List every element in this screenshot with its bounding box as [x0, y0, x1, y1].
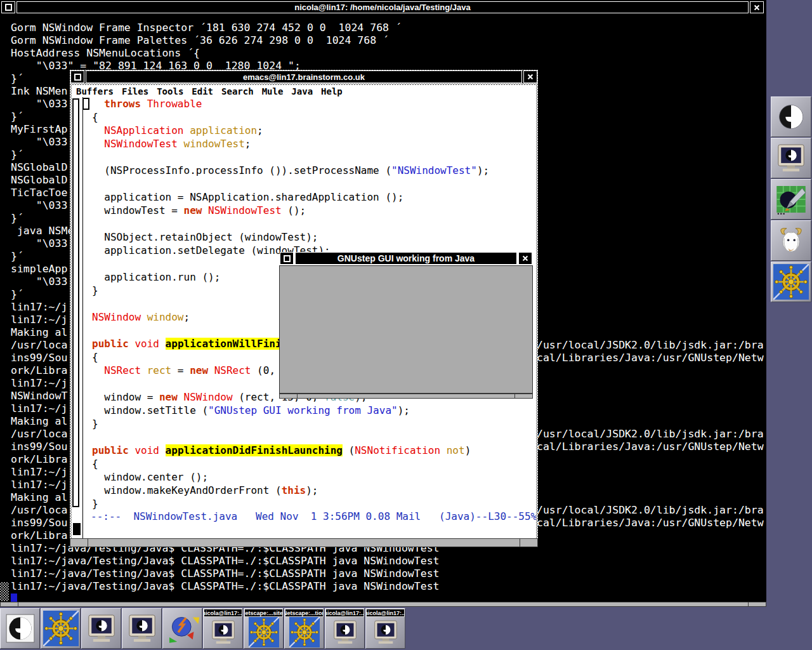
terminal-text: TicTacToe	[11, 187, 67, 199]
terminal-text: ins99/Sou	[11, 352, 67, 364]
terminal-text: NSWindowT	[11, 390, 67, 402]
terminal-text: "\033	[11, 275, 67, 288]
scrollbar-stipple[interactable]	[0, 582, 9, 601]
emacs-title: emacs@lin17.brainstorm.co.uk	[86, 70, 522, 83]
code-line: NSWindowTest windowTest;	[92, 137, 536, 150]
emacs-resize-handle[interactable]	[70, 538, 538, 547]
close-button[interactable]	[523, 70, 537, 83]
terminal-text: }´	[11, 250, 23, 263]
terminal-text: Gorm NSWindow Frame Palettes ´36 626 274…	[11, 34, 389, 47]
terminal-text: /usr/local/JSDK2.0/lib/jsdk.jar:/bra	[537, 504, 764, 517]
menu-mule[interactable]: Mule	[262, 86, 284, 96]
terminal-text: }´	[11, 110, 23, 123]
miniwindow-workspace-monitor-icon[interactable]	[122, 608, 162, 649]
terminal-text: NSGlobalD	[11, 161, 67, 174]
terminal-text: /usr/loca	[11, 504, 67, 517]
terminal-text: Making al	[11, 326, 67, 339]
code-line: application = NSApplication.sharedApplic…	[92, 190, 536, 204]
minimize-button[interactable]	[70, 70, 84, 83]
menu-buffers[interactable]: Buffers	[76, 86, 114, 96]
workspace-monitor-icon[interactable]	[771, 138, 811, 178]
terminal-text: Making al	[11, 415, 67, 428]
code-line: }	[92, 497, 536, 510]
terminal-text: ork/Libra	[11, 453, 67, 466]
terminal-row: lin17:~/java/Testing/Java$ CLASSPATH=./:…	[0, 555, 766, 567]
menu-search[interactable]: Search	[221, 86, 254, 96]
miniwindow-netscape-helm-icon[interactable]: Netscape:...sites	[244, 608, 284, 649]
terminal-row: HostAddress NSMenuLocations ´{	[0, 47, 766, 60]
miniwindow-workspace-monitor-icon[interactable]: nicola@lin17:...	[365, 608, 405, 649]
miniwindow-netscape-helm-icon[interactable]	[41, 608, 81, 649]
gorm-pencil-icon[interactable]	[771, 179, 811, 220]
miniwindow-netscape-helm-icon[interactable]: Netscape:...tion	[284, 608, 324, 649]
terminal-text: lin17:~/j	[11, 479, 67, 491]
close-button[interactable]	[518, 252, 532, 265]
menu-help[interactable]: Help	[321, 86, 343, 96]
gnustep-logo-icon[interactable]	[771, 96, 811, 137]
menu-tools[interactable]: Tools	[157, 86, 183, 96]
terminal-text: "\033	[11, 98, 67, 110]
code-line: {	[92, 457, 536, 470]
terminal-text: NSGlobalD	[11, 174, 67, 187]
code-line: windowTest = new NSWindowTest ();	[92, 204, 536, 217]
terminal-text: simpleApp	[11, 263, 67, 275]
desktop: nicola@lin17: /home/nicola/java/Testing/…	[0, 0, 812, 650]
terminal-text: lin17:~/java/Testing/Java$ CLASSPATH=./:…	[11, 555, 440, 567]
menu-java[interactable]: Java	[291, 86, 313, 96]
terminal-text: lin17:~/j	[11, 377, 67, 390]
code-line: NSApplication application;	[92, 124, 536, 137]
code-line: NSObject.retainObject (windowTest);	[92, 230, 536, 244]
code-line: window.setTitle ("GNUstep GUI working fr…	[92, 404, 536, 417]
terminal-text: }´	[11, 72, 23, 85]
terminal-text: lin17:~/j	[11, 314, 67, 326]
terminal-text: cal/Libraries/Java:/usr/GNUstep/Netw	[537, 352, 764, 364]
emacs-menubar: BuffersFilesToolsEditSearchMuleJavaHelp	[72, 85, 536, 97]
text-cursor	[82, 98, 89, 110]
terminal-row: Gorm NSWindow Frame Inspector ´181 630 2…	[0, 22, 766, 34]
code-line: public void applicationDidFinishLaunchin…	[92, 444, 536, 457]
code-line: {	[92, 110, 536, 124]
gnustep-title: GNUstep GUI working from Java	[295, 252, 517, 265]
close-icon	[527, 73, 534, 81]
miniwindow-gnustep-logo-big-icon[interactable]	[0, 608, 40, 649]
miniwindow-workspace-monitor-icon[interactable]: nicola@lin17:...	[203, 608, 243, 649]
terminal-text: Gorm NSWindow Frame Inspector ´181 630 2…	[11, 22, 402, 34]
miniwindow-workspace-monitor-icon[interactable]	[81, 608, 121, 649]
terminal-text: java NSMe	[11, 225, 74, 237]
code-line	[92, 150, 536, 164]
terminal-text: cal/Libraries/Java:/usr/GNUstep/Netw	[537, 517, 764, 529]
terminal-text: ork/Libra	[11, 529, 67, 542]
menu-files[interactable]: Files	[122, 86, 148, 96]
terminal-text: cal/Libraries/Java:/usr/GNUstep/Netw	[537, 441, 764, 453]
code-line: throws Throwable	[92, 97, 536, 110]
scrollbar-thumb[interactable]	[72, 98, 79, 507]
gnustep-resize-handle[interactable]	[279, 394, 533, 399]
emacs-titlebar[interactable]: emacs@lin17.brainstorm.co.uk	[70, 70, 537, 83]
miniwindow-ink-app-icon[interactable]	[162, 608, 202, 649]
gnu-head-icon[interactable]	[771, 220, 811, 261]
minimize-button[interactable]	[280, 252, 294, 265]
minimize-icon	[74, 74, 81, 81]
code-line: window.center ();	[92, 470, 536, 484]
terminal-text: /usr/local/JSDK2.0/lib/jsdk.jar:/bra	[537, 339, 764, 352]
terminal-text: ork/Libra	[11, 364, 67, 377]
miniwindow-label: nicola@lin17:...	[204, 609, 242, 617]
terminal-text: "\033	[11, 136, 67, 149]
netscape-helm-icon[interactable]	[771, 262, 811, 302]
terminal-text: /usr/local/JSDK2.0/lib/jsdk.jar:/bra	[537, 428, 764, 441]
gnustep-titlebar[interactable]: GNUstep GUI working from Java	[280, 252, 532, 265]
close-icon	[521, 255, 529, 262]
miniwindow-label: nicola@lin17:...	[366, 609, 405, 617]
menu-edit[interactable]: Edit	[192, 86, 213, 96]
miniwindow-label: Netscape:...tion	[285, 609, 324, 617]
code-line: (NSProcessInfo.processInfo ()).setProces…	[92, 164, 536, 177]
modeline: --:-- NSWindowTest.java Wed Nov 1 3:56PM…	[72, 510, 536, 523]
miniwindow-label: nicola@lin17:...	[325, 609, 364, 617]
terminal-text: /usr/loca	[11, 339, 67, 352]
terminal-row: lin17:~/java/Testing/Java$ CLASSPATH=./:…	[0, 567, 766, 580]
xterm-resize-handle[interactable]	[0, 602, 766, 607]
miniwindow-workspace-monitor-icon[interactable]: nicola@lin17:...	[325, 608, 365, 649]
scrollbar[interactable]	[72, 97, 83, 538]
gnustep-window-content	[279, 265, 533, 394]
terminal-text: }´	[11, 149, 23, 161]
